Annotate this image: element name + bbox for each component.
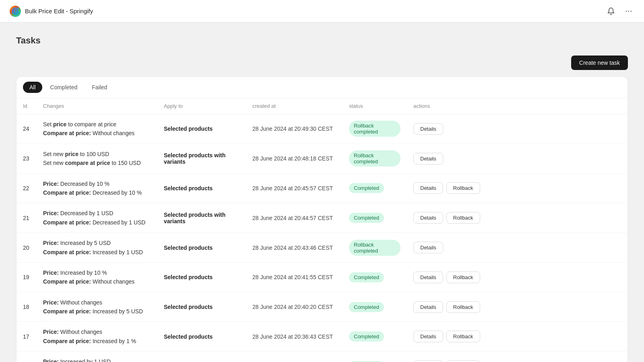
col-actions: actions	[407, 98, 627, 114]
cell-changes: Price: Increased by 5 USDCompare at pric…	[37, 233, 157, 263]
cell-actions: Details	[407, 233, 627, 263]
actions-container: Details	[413, 123, 621, 135]
cell-apply-to: Selected products with variants	[157, 203, 246, 233]
details-button[interactable]: Details	[413, 242, 443, 253]
details-button[interactable]: Details	[413, 331, 443, 342]
table-row: 17Price: Without changesCompare at price…	[17, 322, 627, 352]
cell-created-at: 28 June 2024 at 20:48:18 CEST	[246, 144, 343, 173]
svg-point-1	[628, 10, 630, 12]
details-button[interactable]: Details	[413, 123, 443, 135]
tab-all[interactable]: All	[23, 82, 42, 93]
table-row: 18Price: Without changesCompare at price…	[17, 292, 627, 322]
table-header-row: Id Changes Apply to created at status ac…	[17, 98, 627, 114]
cell-changes: Set price to compare at priceCompare at …	[37, 114, 157, 144]
rollback-button[interactable]: Rollback	[446, 212, 480, 224]
status-badge: Rollback completed	[349, 150, 400, 167]
cell-changes: Set new price to 100 USDSet new compare …	[37, 144, 157, 173]
cell-apply-to: Selected products	[157, 173, 246, 203]
cell-changes: Price: Increased by 10 %Compare at price…	[37, 262, 157, 292]
tabs-bar: All Completed Failed	[17, 77, 627, 98]
rollback-button[interactable]: Rollback	[446, 182, 480, 194]
cell-changes: Price: Decreased by 1 USDCompare at pric…	[37, 203, 157, 233]
create-new-task-button[interactable]: Create new task	[571, 56, 628, 70]
col-apply-to: Apply to	[157, 98, 246, 114]
table-row: 16Price: Increased by 1 USDCompare at pr…	[17, 352, 627, 362]
cell-apply-to: Selected products	[157, 322, 246, 352]
cell-actions: DetailsRollback	[407, 352, 627, 362]
rollback-button[interactable]: Rollback	[446, 272, 480, 283]
topbar: 🌀 Bulk Price Edit - Springify	[0, 0, 644, 23]
tab-completed[interactable]: Completed	[44, 82, 84, 93]
cell-actions: DetailsRollback	[407, 262, 627, 292]
cell-status: Rollback completed	[343, 114, 407, 144]
cell-changes: Price: Without changesCompare at price: …	[37, 292, 157, 322]
actions-container: Details	[413, 153, 621, 165]
app-logo: 🌀	[10, 6, 21, 17]
cell-id: 20	[17, 233, 37, 263]
tasks-card: All Completed Failed Id Changes Apply to…	[16, 76, 628, 362]
details-button[interactable]: Details	[413, 360, 443, 362]
cell-id: 19	[17, 262, 37, 292]
cell-created-at: 28 June 2024 at 20:41:55 CEST	[246, 262, 343, 292]
actions-container: Details	[413, 242, 621, 253]
details-button[interactable]: Details	[413, 153, 443, 165]
cell-id: 16	[17, 352, 37, 362]
rollback-button[interactable]: Rollback	[446, 331, 480, 342]
cell-actions: Details	[407, 144, 627, 173]
cell-status: Completed	[343, 262, 407, 292]
cell-actions: Details	[407, 114, 627, 144]
cell-changes: Price: Without changesCompare at price: …	[37, 322, 157, 352]
app-title: Bulk Price Edit - Springify	[25, 8, 93, 14]
topbar-right	[605, 6, 634, 17]
notifications-button[interactable]	[605, 6, 617, 17]
tasks-table: Id Changes Apply to created at status ac…	[17, 98, 627, 362]
details-button[interactable]: Details	[413, 301, 443, 313]
cell-apply-to: Selected products	[157, 292, 246, 322]
cell-created-at: 28 June 2024 at 20:49:30 CEST	[246, 114, 343, 144]
col-id: Id	[17, 98, 37, 114]
more-options-button[interactable]	[623, 6, 634, 17]
status-badge: Completed	[349, 302, 384, 312]
rollback-button[interactable]: Rollback	[446, 301, 480, 313]
cell-id: 22	[17, 173, 37, 203]
rollback-button[interactable]: Rollback	[446, 360, 480, 362]
cell-created-at: 28 June 2024 at 20:44:57 CEST	[246, 203, 343, 233]
actions-container: DetailsRollback	[413, 272, 621, 283]
cell-status: Completed	[343, 173, 407, 203]
cell-id: 18	[17, 292, 37, 322]
cell-created-at: 28 June 2024 at 20:36:43 CEST	[246, 322, 343, 352]
status-badge: Rollback completed	[349, 121, 400, 137]
cell-created-at: 28 June 2024 at 19:54:37 CEST	[246, 352, 343, 362]
cell-actions: DetailsRollback	[407, 173, 627, 203]
cell-changes: Price: Increased by 1 USDCompare at pric…	[37, 352, 157, 362]
cell-actions: DetailsRollback	[407, 292, 627, 322]
status-badge: Rollback completed	[349, 240, 400, 256]
actions-container: DetailsRollback	[413, 360, 621, 362]
cell-status: Rollback completed	[343, 233, 407, 263]
cell-apply-to: Selected products	[157, 262, 246, 292]
cell-status: Completed	[343, 203, 407, 233]
cell-id: 23	[17, 144, 37, 173]
col-changes: Changes	[37, 98, 157, 114]
details-button[interactable]: Details	[413, 212, 443, 224]
actions-container: DetailsRollback	[413, 331, 621, 342]
actions-container: DetailsRollback	[413, 212, 621, 224]
cell-actions: DetailsRollback	[407, 203, 627, 233]
status-badge: Completed	[349, 213, 384, 223]
cell-apply-to: Selected products	[157, 352, 246, 362]
tab-failed[interactable]: Failed	[85, 82, 114, 93]
table-row: 22Price: Decreased by 10 %Compare at pri…	[17, 173, 627, 203]
topbar-left: 🌀 Bulk Price Edit - Springify	[10, 6, 93, 17]
cell-status: Completed	[343, 322, 407, 352]
cell-id: 17	[17, 322, 37, 352]
details-button[interactable]: Details	[413, 272, 443, 283]
table-row: 23Set new price to 100 USDSet new compar…	[17, 144, 627, 173]
table-row: 24Set price to compare at priceCompare a…	[17, 114, 627, 144]
svg-point-2	[631, 10, 632, 12]
status-badge: Completed	[349, 183, 384, 193]
status-badge: Completed	[349, 331, 384, 341]
svg-point-0	[626, 10, 627, 12]
table-row: 19Price: Increased by 10 %Compare at pri…	[17, 262, 627, 292]
details-button[interactable]: Details	[413, 182, 443, 194]
cell-apply-to: Selected products	[157, 114, 246, 144]
